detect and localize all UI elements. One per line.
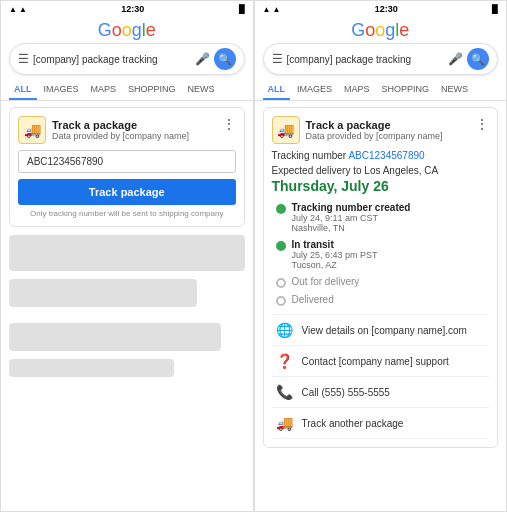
google-logo-left: Google (9, 21, 245, 39)
widget-subtitle-right: Data provided by [company name] (306, 131, 443, 141)
time-left: 12:30 (121, 4, 144, 14)
right-screen: ▲ ▲ 12:30 ▉ Google ☰ [company] package t… (254, 0, 508, 512)
tracking-number-label: Tracking number (272, 150, 347, 161)
timeline-dot-1 (276, 241, 286, 251)
widget-header-info-right: 🚚 Track a package Data provided by [comp… (272, 116, 443, 144)
tab-all-left[interactable]: ALL (9, 79, 37, 100)
action-track-another[interactable]: 🚚 Track another package (272, 408, 490, 439)
skeleton-2-left (9, 279, 197, 307)
status-bar-left: ▲ ▲ 12:30 ▉ (1, 1, 253, 17)
timeline-item-3: Delivered (276, 294, 490, 306)
tracking-number-row: Tracking number ABC1234567890 (272, 150, 490, 161)
widget-title-block-left: Track a package Data provided by [compan… (52, 119, 189, 141)
mic-icon-left[interactable]: 🎤 (195, 52, 210, 66)
header-left: Google ☰ [company] package tracking 🎤 🔍 (1, 17, 253, 79)
search-bar-left[interactable]: ☰ [company] package tracking 🎤 🔍 (9, 43, 245, 75)
battery-icon: ▉ (239, 5, 245, 14)
right-status-icons-right: ▉ (492, 5, 498, 14)
search-button-left[interactable]: 🔍 (214, 48, 236, 70)
left-screen: ▲ ▲ 12:30 ▉ Google ☰ [company] package t… (0, 0, 254, 512)
tab-news-left[interactable]: NEWS (183, 79, 220, 100)
battery-icon-right: ▉ (492, 5, 498, 14)
timeline-item-0: Tracking number created July 24, 9:11 am… (276, 202, 490, 233)
time-right: 12:30 (375, 4, 398, 14)
timeline-title-3: Delivered (292, 294, 334, 305)
timeline-item-1: In transit July 25, 6:43 pm PST Tucson, … (276, 239, 490, 270)
timeline-content-0: Tracking number created July 24, 9:11 am… (292, 202, 411, 233)
action-label-call: Call (555) 555-5555 (302, 387, 390, 398)
timeline-sub2-1: Tucson, AZ (292, 260, 378, 270)
signal-icon-right: ▲ (272, 5, 280, 14)
widget-title-right: Track a package (306, 119, 443, 131)
tab-images-right[interactable]: IMAGES (292, 79, 337, 100)
hamburger-icon-left[interactable]: ☰ (18, 52, 29, 66)
skeleton-4-left (9, 359, 174, 377)
status-bar-right: ▲ ▲ 12:30 ▉ (255, 1, 507, 17)
left-status-icons: ▲ ▲ (9, 5, 27, 14)
timeline-dot-3 (276, 296, 286, 306)
delivery-label: Expected delivery to Los Angeles, CA (272, 165, 490, 176)
widget-title-left: Track a package (52, 119, 189, 131)
widget-header-right: 🚚 Track a package Data provided by [comp… (272, 116, 490, 144)
timeline-dot-0 (276, 204, 286, 214)
phone-icon: 📞 (276, 384, 294, 400)
timeline-content-2: Out for delivery (292, 276, 360, 287)
truck-icon-left: 🚚 (18, 116, 46, 144)
skeleton-3-left (9, 323, 221, 351)
more-icon-left[interactable]: ⋮ (222, 116, 236, 132)
tracking-number-link[interactable]: ABC1234567890 (348, 150, 424, 161)
right-status-icons-left: ▉ (239, 5, 245, 14)
tab-maps-right[interactable]: MAPS (339, 79, 375, 100)
tab-shopping-right[interactable]: SHOPPING (377, 79, 435, 100)
action-list: 🌐 View details on [company name].com ❓ C… (272, 314, 490, 439)
tab-news-right[interactable]: NEWS (436, 79, 473, 100)
main-content-left: 🚚 Track a package Data provided by [comp… (1, 101, 253, 511)
google-logo-right: Google (263, 21, 499, 39)
wifi-icon: ▲ (9, 5, 17, 14)
timeline-sub1-0: July 24, 9:11 am CST (292, 213, 411, 223)
widget-card-right: 🚚 Track a package Data provided by [comp… (263, 107, 499, 448)
delivery-date: Thursday, July 26 (272, 178, 490, 194)
widget-header-left: 🚚 Track a package Data provided by [comp… (18, 116, 236, 144)
action-view-details[interactable]: 🌐 View details on [company name].com (272, 315, 490, 346)
timeline-content-3: Delivered (292, 294, 334, 305)
action-label-track-another: Track another package (302, 418, 404, 429)
nav-tabs-right: ALL IMAGES MAPS SHOPPING NEWS (255, 79, 507, 101)
hamburger-icon-right[interactable]: ☰ (272, 52, 283, 66)
search-bar-right[interactable]: ☰ [company] package tracking 🎤 🔍 (263, 43, 499, 75)
nav-tabs-left: ALL IMAGES MAPS SHOPPING NEWS (1, 79, 253, 101)
truck-icon-right: 🚚 (272, 116, 300, 144)
tracking-input-left[interactable] (18, 150, 236, 173)
widget-card-left: 🚚 Track a package Data provided by [comp… (9, 107, 245, 227)
timeline-item-2: Out for delivery (276, 276, 490, 288)
timeline-title-0: Tracking number created (292, 202, 411, 213)
widget-title-block-right: Track a package Data provided by [compan… (306, 119, 443, 141)
timeline-sub2-0: Nashville, TN (292, 223, 411, 233)
search-query-right: [company] package tracking (287, 54, 445, 65)
tab-maps-left[interactable]: MAPS (86, 79, 122, 100)
timeline-dot-2 (276, 278, 286, 288)
more-icon-right[interactable]: ⋮ (475, 116, 489, 132)
help-icon: ❓ (276, 353, 294, 369)
globe-icon: 🌐 (276, 322, 294, 338)
disclaimer-left: Only tracking number will be sent to shi… (18, 209, 236, 218)
signal-icon: ▲ (19, 5, 27, 14)
header-right: Google ☰ [company] package tracking 🎤 🔍 (255, 17, 507, 79)
timeline-title-2: Out for delivery (292, 276, 360, 287)
truck-action-icon: 🚚 (276, 415, 294, 431)
timeline-title-1: In transit (292, 239, 378, 250)
timeline-sub1-1: July 25, 6:43 pm PST (292, 250, 378, 260)
action-label-contact: Contact [company name] support (302, 356, 449, 367)
action-contact-support[interactable]: ❓ Contact [company name] support (272, 346, 490, 377)
widget-subtitle-left: Data provided by [company name] (52, 131, 189, 141)
search-query-left: [company] package tracking (33, 54, 191, 65)
left-status-icons-right: ▲ ▲ (263, 5, 281, 14)
tab-all-right[interactable]: ALL (263, 79, 291, 100)
mic-icon-right[interactable]: 🎤 (448, 52, 463, 66)
tab-shopping-left[interactable]: SHOPPING (123, 79, 181, 100)
tab-images-left[interactable]: IMAGES (39, 79, 84, 100)
search-button-right[interactable]: 🔍 (467, 48, 489, 70)
action-call[interactable]: 📞 Call (555) 555-5555 (272, 377, 490, 408)
action-label-view-details: View details on [company name].com (302, 325, 467, 336)
track-button-left[interactable]: Track package (18, 179, 236, 205)
